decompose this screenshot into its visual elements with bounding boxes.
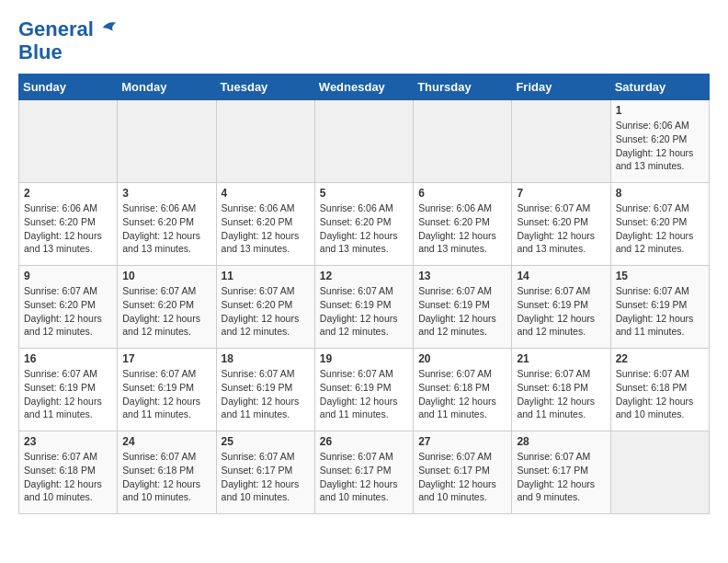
day-number: 25 bbox=[222, 435, 310, 448]
day-cell bbox=[118, 100, 216, 183]
day-cell bbox=[610, 431, 709, 514]
day-cell: 9Sunrise: 6:07 AM Sunset: 6:20 PM Daylig… bbox=[19, 266, 118, 349]
day-number: 21 bbox=[517, 352, 605, 365]
day-info: Sunrise: 6:07 AM Sunset: 6:17 PM Dayligh… bbox=[320, 450, 408, 504]
header-cell-tuesday: Tuesday bbox=[216, 75, 314, 100]
week-row-2: 2Sunrise: 6:06 AM Sunset: 6:20 PM Daylig… bbox=[19, 183, 710, 266]
week-row-5: 23Sunrise: 6:07 AM Sunset: 6:18 PM Dayli… bbox=[19, 431, 710, 514]
day-cell: 8Sunrise: 6:07 AM Sunset: 6:20 PM Daylig… bbox=[610, 183, 709, 266]
day-info: Sunrise: 6:06 AM Sunset: 6:20 PM Dayligh… bbox=[418, 201, 506, 256]
day-cell: 24Sunrise: 6:07 AM Sunset: 6:18 PM Dayli… bbox=[118, 431, 216, 514]
day-number: 23 bbox=[24, 435, 112, 448]
day-cell bbox=[19, 100, 118, 183]
day-cell: 13Sunrise: 6:07 AM Sunset: 6:19 PM Dayli… bbox=[414, 266, 512, 349]
day-cell: 22Sunrise: 6:07 AM Sunset: 6:18 PM Dayli… bbox=[610, 349, 709, 431]
day-number: 14 bbox=[517, 270, 605, 282]
day-number: 18 bbox=[222, 352, 310, 365]
day-info: Sunrise: 6:07 AM Sunset: 6:17 PM Dayligh… bbox=[517, 450, 605, 504]
day-info: Sunrise: 6:07 AM Sunset: 6:19 PM Dayligh… bbox=[122, 367, 210, 421]
day-number: 5 bbox=[320, 187, 408, 200]
day-number: 17 bbox=[122, 352, 210, 365]
day-number: 22 bbox=[616, 352, 704, 365]
page-header: General Blue bbox=[18, 18, 710, 64]
day-number: 4 bbox=[222, 187, 310, 200]
day-info: Sunrise: 6:07 AM Sunset: 6:18 PM Dayligh… bbox=[418, 367, 506, 421]
day-info: Sunrise: 6:07 AM Sunset: 6:18 PM Dayligh… bbox=[24, 450, 112, 504]
day-number: 11 bbox=[222, 270, 310, 282]
day-info: Sunrise: 6:07 AM Sunset: 6:18 PM Dayligh… bbox=[517, 367, 605, 421]
day-number: 7 bbox=[517, 187, 605, 200]
day-cell: 27Sunrise: 6:07 AM Sunset: 6:17 PM Dayli… bbox=[414, 431, 512, 514]
header-row: SundayMondayTuesdayWednesdayThursdayFrid… bbox=[19, 75, 710, 100]
day-info: Sunrise: 6:06 AM Sunset: 6:20 PM Dayligh… bbox=[122, 201, 210, 256]
day-cell: 21Sunrise: 6:07 AM Sunset: 6:18 PM Dayli… bbox=[512, 349, 610, 431]
day-info: Sunrise: 6:07 AM Sunset: 6:20 PM Dayligh… bbox=[616, 201, 704, 256]
day-cell: 20Sunrise: 6:07 AM Sunset: 6:18 PM Dayli… bbox=[414, 349, 512, 431]
day-number: 27 bbox=[418, 435, 506, 448]
day-cell: 28Sunrise: 6:07 AM Sunset: 6:17 PM Dayli… bbox=[512, 431, 610, 514]
day-number: 20 bbox=[418, 352, 506, 365]
day-cell: 26Sunrise: 6:07 AM Sunset: 6:17 PM Dayli… bbox=[314, 431, 413, 514]
day-cell: 11Sunrise: 6:07 AM Sunset: 6:20 PM Dayli… bbox=[216, 266, 314, 349]
header-cell-monday: Monday bbox=[118, 75, 216, 100]
header-cell-thursday: Thursday bbox=[414, 75, 512, 100]
day-cell: 6Sunrise: 6:06 AM Sunset: 6:20 PM Daylig… bbox=[414, 183, 512, 266]
day-cell: 23Sunrise: 6:07 AM Sunset: 6:18 PM Dayli… bbox=[19, 431, 118, 514]
week-row-4: 16Sunrise: 6:07 AM Sunset: 6:19 PM Dayli… bbox=[19, 349, 710, 431]
day-info: Sunrise: 6:07 AM Sunset: 6:19 PM Dayligh… bbox=[320, 367, 408, 421]
day-info: Sunrise: 6:07 AM Sunset: 6:20 PM Dayligh… bbox=[24, 284, 112, 339]
week-row-1: 1Sunrise: 6:06 AM Sunset: 6:20 PM Daylig… bbox=[19, 100, 710, 183]
day-number: 8 bbox=[616, 187, 704, 200]
day-number: 10 bbox=[122, 270, 210, 282]
day-cell bbox=[314, 100, 413, 183]
day-number: 2 bbox=[24, 187, 112, 200]
week-row-3: 9Sunrise: 6:07 AM Sunset: 6:20 PM Daylig… bbox=[19, 266, 710, 349]
day-cell bbox=[512, 100, 610, 183]
day-info: Sunrise: 6:07 AM Sunset: 6:19 PM Dayligh… bbox=[24, 367, 112, 421]
day-number: 16 bbox=[24, 352, 112, 365]
day-info: Sunrise: 6:07 AM Sunset: 6:20 PM Dayligh… bbox=[222, 284, 310, 339]
day-info: Sunrise: 6:07 AM Sunset: 6:19 PM Dayligh… bbox=[517, 284, 605, 339]
day-number: 9 bbox=[24, 270, 112, 282]
day-info: Sunrise: 6:07 AM Sunset: 6:20 PM Dayligh… bbox=[517, 201, 605, 256]
day-info: Sunrise: 6:06 AM Sunset: 6:20 PM Dayligh… bbox=[24, 201, 112, 256]
calendar-table: SundayMondayTuesdayWednesdayThursdayFrid… bbox=[18, 74, 710, 514]
day-info: Sunrise: 6:07 AM Sunset: 6:18 PM Dayligh… bbox=[616, 367, 704, 421]
day-info: Sunrise: 6:06 AM Sunset: 6:20 PM Dayligh… bbox=[616, 119, 704, 173]
logo-text: General bbox=[18, 18, 118, 40]
header-cell-wednesday: Wednesday bbox=[314, 75, 413, 100]
header-cell-saturday: Saturday bbox=[610, 75, 709, 100]
day-cell: 16Sunrise: 6:07 AM Sunset: 6:19 PM Dayli… bbox=[19, 349, 118, 431]
day-cell: 10Sunrise: 6:07 AM Sunset: 6:20 PM Dayli… bbox=[118, 266, 216, 349]
day-number: 26 bbox=[320, 435, 408, 448]
day-cell bbox=[216, 100, 314, 183]
day-cell: 4Sunrise: 6:06 AM Sunset: 6:20 PM Daylig… bbox=[216, 183, 314, 266]
day-cell: 25Sunrise: 6:07 AM Sunset: 6:17 PM Dayli… bbox=[216, 431, 314, 514]
logo-bird-icon bbox=[101, 19, 118, 36]
day-cell: 1Sunrise: 6:06 AM Sunset: 6:20 PM Daylig… bbox=[610, 100, 709, 183]
header-cell-friday: Friday bbox=[512, 75, 610, 100]
day-number: 19 bbox=[320, 352, 408, 365]
day-number: 15 bbox=[616, 270, 704, 282]
day-info: Sunrise: 6:06 AM Sunset: 6:20 PM Dayligh… bbox=[320, 201, 408, 256]
day-cell: 18Sunrise: 6:07 AM Sunset: 6:19 PM Dayli… bbox=[216, 349, 314, 431]
day-cell: 14Sunrise: 6:07 AM Sunset: 6:19 PM Dayli… bbox=[512, 266, 610, 349]
logo: General Blue bbox=[18, 18, 118, 64]
day-cell: 3Sunrise: 6:06 AM Sunset: 6:20 PM Daylig… bbox=[118, 183, 216, 266]
day-cell: 19Sunrise: 6:07 AM Sunset: 6:19 PM Dayli… bbox=[314, 349, 413, 431]
day-info: Sunrise: 6:07 AM Sunset: 6:17 PM Dayligh… bbox=[222, 450, 310, 504]
day-info: Sunrise: 6:07 AM Sunset: 6:19 PM Dayligh… bbox=[320, 284, 408, 339]
day-number: 6 bbox=[418, 187, 506, 200]
day-number: 13 bbox=[418, 270, 506, 282]
day-cell: 15Sunrise: 6:07 AM Sunset: 6:19 PM Dayli… bbox=[610, 266, 709, 349]
day-cell: 12Sunrise: 6:07 AM Sunset: 6:19 PM Dayli… bbox=[314, 266, 413, 349]
logo-blue: Blue bbox=[18, 40, 63, 64]
day-info: Sunrise: 6:06 AM Sunset: 6:20 PM Dayligh… bbox=[222, 201, 310, 256]
day-number: 1 bbox=[616, 104, 704, 117]
day-cell bbox=[414, 100, 512, 183]
day-info: Sunrise: 6:07 AM Sunset: 6:20 PM Dayligh… bbox=[122, 284, 210, 339]
day-number: 24 bbox=[122, 435, 210, 448]
day-info: Sunrise: 6:07 AM Sunset: 6:18 PM Dayligh… bbox=[122, 450, 210, 504]
day-cell: 7Sunrise: 6:07 AM Sunset: 6:20 PM Daylig… bbox=[512, 183, 610, 266]
day-info: Sunrise: 6:07 AM Sunset: 6:19 PM Dayligh… bbox=[616, 284, 704, 339]
